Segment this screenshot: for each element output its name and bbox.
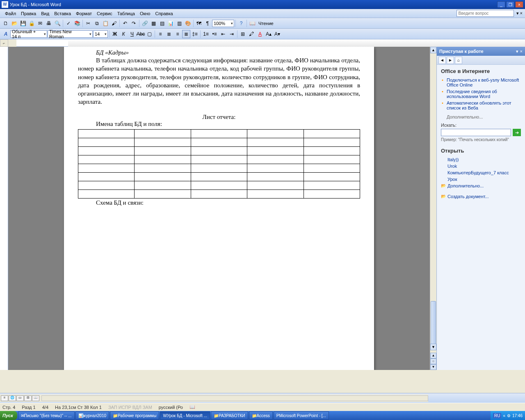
reading-label[interactable]: Чтение	[257, 21, 275, 26]
columns-icon[interactable]: ▥	[175, 19, 183, 27]
align-left-icon[interactable]: ≡	[156, 30, 164, 38]
style-combo[interactable]: Обычный + 14 п	[10, 30, 47, 38]
menu-tools[interactable]: Сервис	[94, 10, 115, 17]
scroll-up-icon[interactable]: ▲	[430, 47, 436, 53]
hyperlink-icon[interactable]: 🔗	[141, 19, 149, 27]
doc-close-button[interactable]: ▾ ×	[516, 11, 523, 16]
charborder-icon[interactable]: ▢	[145, 30, 153, 38]
system-tray[interactable]: RU « ⚙ 17:46	[491, 411, 525, 420]
taskpane-search-input[interactable]	[441, 129, 511, 136]
align-center-icon[interactable]: ≣	[165, 30, 173, 38]
horizontal-ruler[interactable]	[16, 39, 525, 47]
paste-icon[interactable]: 📋	[101, 19, 110, 27]
print-icon[interactable]: 🖶	[45, 19, 53, 27]
select-browse-icon[interactable]: ○	[430, 358, 436, 364]
cut-icon[interactable]: ✂	[84, 19, 92, 27]
menu-view[interactable]: Вид	[39, 10, 52, 17]
close-button[interactable]: ×	[515, 1, 523, 8]
vertical-scrollbar[interactable]: ▲ ▼ ▲ ○ ▼	[430, 47, 436, 370]
recent-file-0[interactable]: Italy))	[441, 156, 521, 163]
menu-help[interactable]: Справка	[153, 10, 175, 17]
mail-icon[interactable]: ✉	[36, 19, 44, 27]
tray-icon-1[interactable]: ⚙	[507, 413, 511, 418]
taskpane-home-icon[interactable]: ⌂	[455, 57, 462, 64]
scroll-thumb[interactable]	[431, 301, 436, 350]
web-view-icon[interactable]: 🌐	[9, 395, 16, 401]
outline-view-icon[interactable]: ⊟	[24, 395, 32, 401]
status-spellcheck-icon[interactable]: 📖	[189, 404, 195, 410]
help-search-input[interactable]	[457, 10, 514, 17]
align-right-icon[interactable]: ≡	[173, 30, 182, 38]
copy-icon[interactable]: ⧉	[93, 19, 101, 27]
task-1[interactable]: ✉ Письмо "(Без темы)" -- ...	[18, 411, 75, 420]
undo-icon[interactable]: ↶	[121, 19, 129, 27]
taskpane-close-icon[interactable]: ×	[520, 49, 523, 54]
start-button[interactable]: Пуск	[0, 411, 17, 420]
highlight-icon[interactable]: 🖍	[247, 30, 256, 38]
next-page-icon[interactable]: ▼	[430, 364, 436, 370]
menu-edit[interactable]: Правка	[18, 10, 39, 17]
restore-button[interactable]: ❐	[506, 1, 514, 8]
normal-view-icon[interactable]: ≡	[1, 395, 8, 401]
recent-file-2[interactable]: КомпьютерБудущего_7 класс	[441, 169, 521, 176]
tables-borders-icon[interactable]: ▦	[149, 19, 158, 27]
numbered-list-icon[interactable]: 1≡	[202, 30, 210, 38]
redo-icon[interactable]: ↷	[130, 19, 138, 27]
link-word-news[interactable]: Последние сведения об использовании Word	[441, 88, 521, 100]
open-more[interactable]: Дополнительно...	[441, 183, 521, 189]
strike-icon[interactable]: Abc	[137, 30, 145, 38]
taskpane-back-icon[interactable]: ◄	[438, 57, 446, 64]
zoom-combo[interactable]: 100%	[212, 20, 234, 27]
prev-page-icon[interactable]: ▲	[430, 353, 436, 358]
create-document[interactable]: Создать документ...	[441, 193, 521, 200]
menu-file[interactable]: Файл	[2, 10, 18, 17]
vertical-ruler[interactable]	[0, 47, 8, 370]
scroll-down-icon[interactable]: ▼	[430, 344, 436, 350]
link-auto-update[interactable]: Автоматически обновлять этот список из В…	[441, 100, 521, 111]
task-5[interactable]: 📁 РАЗРАБОТКИ	[211, 411, 248, 420]
decrease-indent-icon[interactable]: ⇤	[219, 30, 227, 38]
link-more[interactable]: Дополнительно...	[441, 114, 521, 119]
justify-icon[interactable]: ≣	[182, 30, 190, 38]
task-3[interactable]: 📁 Рабочие программы	[110, 411, 159, 420]
recent-file-3[interactable]: Урок	[441, 176, 521, 183]
excel-icon[interactable]: 📊	[167, 19, 175, 27]
grow-font-icon[interactable]: A▴	[265, 30, 273, 38]
preview-icon[interactable]: 🔍	[53, 19, 62, 27]
size-combo[interactable]: 14	[93, 30, 108, 38]
format-painter-icon[interactable]: 🖌	[110, 19, 118, 27]
underline-icon[interactable]: Ч	[128, 30, 136, 38]
minimize-button[interactable]: _	[497, 1, 505, 8]
show-hide-icon[interactable]: ¶	[203, 19, 212, 27]
doc-empty-table[interactable]	[78, 129, 360, 199]
bold-icon[interactable]: Ж	[111, 30, 119, 38]
task-2[interactable]: 📊 журнал2010	[75, 411, 109, 420]
styles-icon[interactable]: А	[2, 30, 10, 38]
task-7[interactable]: P Microsoft PowerPoint - [...	[274, 411, 329, 420]
taskpane-dropdown-icon[interactable]: ▾	[516, 49, 518, 54]
italic-icon[interactable]: К	[119, 30, 128, 38]
print-view-icon[interactable]: ▭	[16, 395, 24, 401]
permission-icon[interactable]: 🔒	[27, 19, 36, 27]
ruler-corner[interactable]: ⌐	[0, 39, 8, 47]
docmap-icon[interactable]: 🗺	[195, 19, 203, 27]
reading-icon[interactable]: 📖	[248, 19, 256, 27]
document-area[interactable]: БД «Кадры» В таблицах должна содержаться…	[8, 47, 430, 370]
reading-view-icon[interactable]: 📖	[32, 395, 39, 401]
help-icon[interactable]: ?	[237, 19, 245, 27]
new-icon[interactable]: 🗋	[2, 19, 10, 27]
horizontal-scrollbar[interactable]	[41, 395, 428, 401]
tray-lang-icon[interactable]: RU	[493, 413, 501, 418]
line-spacing-icon[interactable]: ‡≡	[191, 30, 199, 38]
drawing-icon[interactable]: 🎨	[184, 19, 192, 27]
research-icon[interactable]: 📚	[73, 19, 81, 27]
font-combo[interactable]: Times New Roman	[48, 30, 93, 38]
document-page[interactable]: БД «Кадры» В таблицах должна содержаться…	[64, 47, 374, 370]
recent-file-1[interactable]: Urok	[441, 163, 521, 169]
increase-indent-icon[interactable]: ⇥	[228, 30, 236, 38]
search-go-icon[interactable]: ➔	[513, 129, 521, 136]
insert-table-icon[interactable]: ▤	[158, 19, 166, 27]
task-6[interactable]: 📁 Access	[249, 411, 273, 420]
menu-format[interactable]: Формат	[73, 10, 94, 17]
menu-table[interactable]: Таблица	[115, 10, 137, 17]
